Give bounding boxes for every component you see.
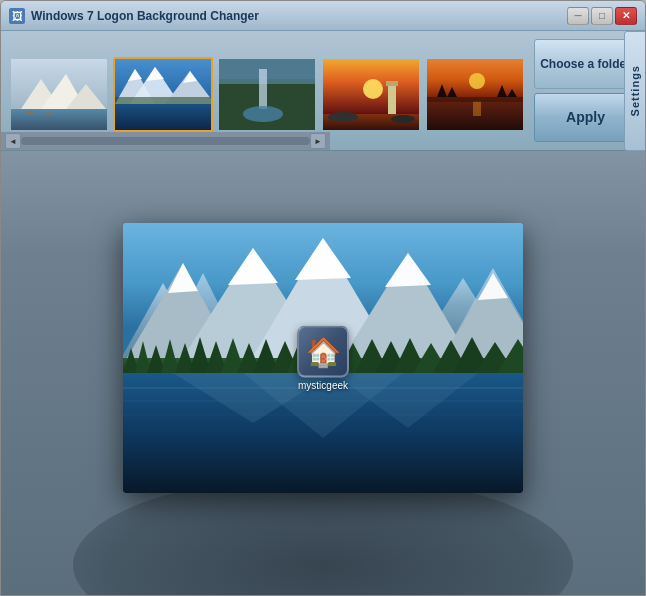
- settings-tab[interactable]: Settings: [624, 31, 645, 151]
- title-bar: 🖼 Windows 7 Logon Background Changer ─ □…: [1, 1, 645, 31]
- user-icon-box: 🏠: [297, 326, 349, 378]
- toolbar: ◄ ► Choose a folder Apply Settings: [1, 31, 645, 151]
- oval-surface: [73, 475, 573, 595]
- preview-background: 🏠 mysticgeek: [123, 223, 523, 493]
- svg-rect-5: [26, 111, 34, 114]
- close-button[interactable]: ✕: [615, 7, 637, 25]
- svg-point-20: [243, 106, 283, 122]
- scroll-left-button[interactable]: ◄: [5, 133, 21, 149]
- thumbnail-5[interactable]: [425, 57, 525, 132]
- svg-rect-25: [386, 81, 398, 86]
- window-title: Windows 7 Logon Background Changer: [31, 9, 567, 23]
- thumbnail-2[interactable]: [113, 57, 213, 132]
- minimize-button[interactable]: ─: [567, 7, 589, 25]
- preview-screen: 🏠 mysticgeek: [123, 223, 523, 493]
- maximize-button[interactable]: □: [591, 7, 613, 25]
- thumbnail-img-1: [11, 59, 107, 130]
- thumbnail-img-5: [427, 59, 523, 130]
- thumbnail-strip: ◄ ►: [1, 31, 530, 150]
- svg-rect-1: [11, 109, 109, 132]
- thumbnails-container: [9, 52, 525, 137]
- svg-point-26: [328, 112, 358, 122]
- svg-rect-15: [115, 97, 213, 104]
- svg-rect-6: [46, 113, 52, 115]
- thumbnail-img-2: [115, 59, 211, 130]
- user-icon: 🏠: [306, 335, 341, 368]
- thumbnail-img-4: [323, 59, 419, 130]
- svg-rect-18: [219, 59, 317, 84]
- window-controls: ─ □ ✕: [567, 7, 637, 25]
- scrollbar: ◄ ►: [1, 132, 330, 150]
- user-label: mysticgeek: [298, 380, 348, 391]
- settings-label: Settings: [629, 65, 641, 116]
- svg-point-23: [363, 79, 383, 99]
- app-window: 🖼 Windows 7 Logon Background Changer ─ □…: [0, 0, 646, 596]
- svg-point-30: [469, 73, 485, 89]
- svg-rect-8: [115, 104, 213, 132]
- thumbnail-3[interactable]: [217, 57, 317, 132]
- scroll-right-button[interactable]: ►: [310, 133, 326, 149]
- scroll-track[interactable]: [21, 137, 310, 145]
- thumbnail-img-3: [219, 59, 315, 130]
- apply-button[interactable]: Apply: [534, 93, 637, 143]
- thumbnail-1[interactable]: [9, 57, 109, 132]
- svg-point-27: [391, 115, 415, 123]
- svg-rect-32: [427, 97, 525, 102]
- user-icon-container: 🏠 mysticgeek: [297, 326, 349, 391]
- svg-rect-31: [473, 101, 481, 116]
- main-content: ◄ ► Choose a folder Apply Settings: [1, 31, 645, 595]
- svg-rect-17: [219, 79, 317, 132]
- preview-area: 🏠 mysticgeek: [1, 151, 645, 595]
- app-icon: 🖼: [9, 8, 25, 24]
- thumbnail-4[interactable]: [321, 57, 421, 132]
- choose-folder-button[interactable]: Choose a folder: [534, 39, 637, 89]
- svg-rect-19: [259, 69, 267, 109]
- svg-rect-24: [388, 84, 396, 114]
